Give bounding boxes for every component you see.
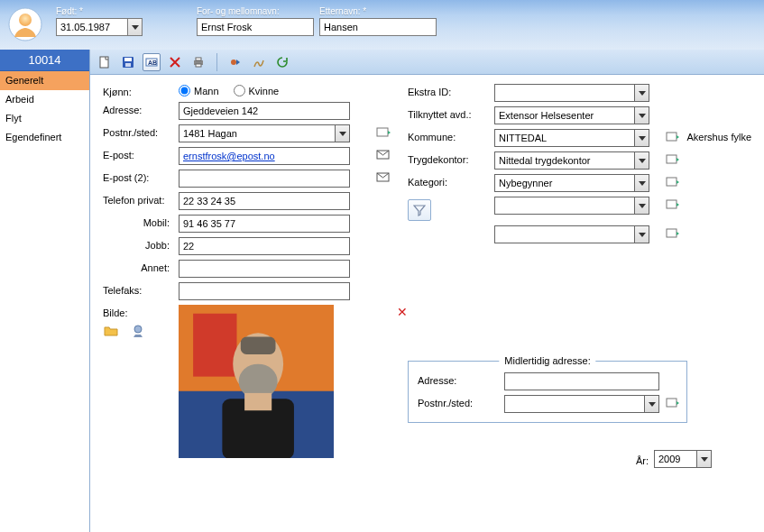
- dob-dropdown-button[interactable]: [127, 19, 142, 35]
- email2-input[interactable]: [179, 170, 350, 188]
- dob-label: Født: *: [56, 6, 143, 16]
- email-display[interactable]: ernstfrosk@epost.no: [179, 147, 350, 165]
- social-office-select[interactable]: [494, 151, 649, 170]
- toolbar: AB: [90, 50, 764, 75]
- postal-select[interactable]: [179, 124, 350, 142]
- svg-rect-2: [100, 57, 108, 68]
- svg-rect-25: [667, 155, 677, 163]
- mobile-input[interactable]: [179, 215, 350, 233]
- category-select[interactable]: [494, 174, 649, 192]
- social-office-lookup-icon[interactable]: [665, 151, 681, 168]
- app-header: Født: * For- og mellomnavn: Etternavn: *: [0, 0, 764, 50]
- extra1-lookup-icon[interactable]: [665, 197, 681, 213]
- email-send-icon[interactable]: [375, 147, 391, 163]
- work-input[interactable]: [179, 237, 350, 255]
- municipality-label: Kommune:: [408, 129, 489, 147]
- svg-rect-19: [241, 337, 276, 354]
- year-dropdown-button[interactable]: [696, 451, 711, 467]
- temp-postal-lookup-icon[interactable]: [665, 395, 681, 411]
- social-office-input[interactable]: [495, 152, 634, 169]
- category-input[interactable]: [495, 175, 634, 191]
- header-dob-field: Født: *: [56, 6, 143, 36]
- svg-rect-22: [244, 393, 272, 410]
- svg-rect-9: [196, 58, 201, 60]
- extra1-input[interactable]: [495, 197, 634, 214]
- social-office-dropdown-button[interactable]: [634, 152, 649, 169]
- svg-rect-4: [124, 58, 132, 61]
- svg-point-11: [231, 60, 236, 65]
- svg-rect-5: [125, 63, 131, 67]
- remove-photo-icon[interactable]: ✕: [397, 305, 408, 319]
- extra1-select[interactable]: [494, 197, 649, 215]
- temp-postal-input[interactable]: [505, 396, 644, 412]
- dept-select[interactable]: [494, 106, 649, 124]
- email2-send-icon[interactable]: [375, 170, 391, 186]
- temp-postal-select[interactable]: [504, 395, 659, 413]
- gender-label: Kjønn:: [103, 84, 173, 97]
- municipality-lookup-icon[interactable]: [665, 129, 681, 145]
- dept-input[interactable]: [495, 107, 634, 124]
- lastname-input[interactable]: [319, 18, 437, 36]
- postal-lookup-icon[interactable]: [375, 124, 391, 141]
- email-link[interactable]: ernstfrosk@epost.no: [183, 151, 275, 161]
- filter-button[interactable]: [408, 199, 431, 221]
- svg-rect-26: [667, 178, 677, 186]
- dob-input[interactable]: [57, 19, 127, 35]
- gender-female-radio[interactable]: [234, 85, 245, 96]
- extra2-dropdown-button[interactable]: [634, 226, 649, 243]
- dob-combo[interactable]: [56, 18, 143, 36]
- extra2-lookup-icon[interactable]: [665, 225, 681, 242]
- delete-button[interactable]: [166, 53, 184, 71]
- email2-label: E-post (2):: [103, 170, 173, 188]
- sidebar-item-arbeid[interactable]: Arbeid: [0, 90, 89, 109]
- gender-male-radio[interactable]: [179, 85, 190, 96]
- main-area: 10014 Generelt Arbeid Flyt Egendefinert …: [0, 50, 764, 532]
- category-lookup-icon[interactable]: [665, 174, 681, 190]
- save-button[interactable]: [119, 53, 137, 71]
- new-button[interactable]: [96, 53, 114, 71]
- sidebar-item-flyt[interactable]: Flyt: [0, 109, 89, 128]
- address-label: Adresse:: [103, 102, 173, 120]
- category-dropdown-button[interactable]: [634, 175, 649, 191]
- extra-id-select[interactable]: [494, 84, 649, 102]
- webcam-icon[interactable]: [130, 323, 146, 339]
- rename-button[interactable]: AB: [143, 53, 161, 71]
- dept-dropdown-button[interactable]: [634, 107, 649, 124]
- firstname-input[interactable]: [197, 18, 314, 36]
- print-button[interactable]: [189, 53, 207, 71]
- extra-id-label: Ekstra ID:: [408, 84, 489, 102]
- gender-female-option[interactable]: Kvinne: [234, 85, 280, 96]
- address-input[interactable]: [179, 102, 350, 120]
- extra-id-dropdown-button[interactable]: [634, 85, 649, 101]
- municipality-dropdown-button[interactable]: [634, 130, 649, 146]
- open-folder-icon[interactable]: [103, 323, 119, 339]
- image-area: ✕: [179, 305, 391, 458]
- municipality-select[interactable]: [494, 129, 649, 147]
- extra1-dropdown-button[interactable]: [634, 197, 649, 214]
- fax-input[interactable]: [179, 282, 350, 300]
- other-input[interactable]: [179, 260, 350, 278]
- work-label: Jobb:: [103, 237, 173, 255]
- municipality-input[interactable]: [495, 130, 634, 146]
- firstname-label: For- og mellomnavn:: [197, 6, 314, 16]
- year-select[interactable]: [654, 450, 712, 468]
- sign-button[interactable]: [250, 53, 268, 71]
- sidebar-item-egendefinert[interactable]: Egendefinert: [0, 128, 89, 147]
- header-firstname-field: For- og mellomnavn:: [197, 6, 314, 36]
- postal-dropdown-button[interactable]: [335, 125, 349, 142]
- temp-address-input[interactable]: [504, 372, 659, 390]
- extra2-input[interactable]: [495, 226, 634, 243]
- extra-id-input[interactable]: [495, 85, 634, 101]
- temp-address-fieldset: Midlertidig adresse: Adresse: Postnr./st…: [408, 361, 687, 423]
- gender-male-option[interactable]: Mann: [179, 85, 219, 96]
- content: AB Kjønn: Mann Kvinne Adresse: Po: [90, 50, 764, 532]
- refresh-button[interactable]: [273, 53, 291, 71]
- temp-postal-dropdown-button[interactable]: [644, 396, 658, 412]
- phone-private-input[interactable]: [179, 192, 350, 210]
- extra2-select[interactable]: [494, 225, 649, 243]
- year-input[interactable]: [655, 451, 696, 467]
- postal-input[interactable]: [179, 125, 335, 142]
- svg-rect-27: [667, 200, 677, 208]
- sidebar-item-generelt[interactable]: Generelt: [0, 71, 89, 90]
- transfer-button[interactable]: [226, 53, 244, 71]
